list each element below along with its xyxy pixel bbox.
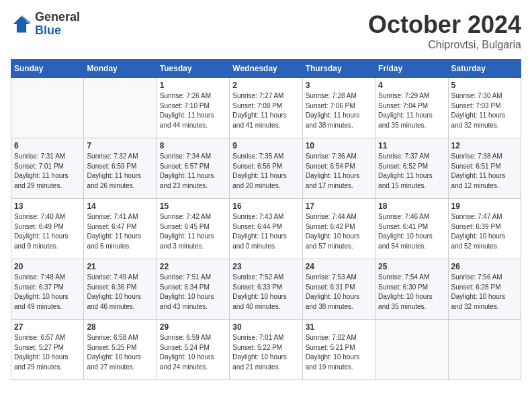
calendar-cell: 17Sunrise: 7:44 AMSunset: 6:42 PMDayligh… bbox=[302, 199, 375, 259]
day-number: 8 bbox=[160, 141, 226, 150]
day-number: 17 bbox=[306, 201, 372, 211]
day-number: 3 bbox=[306, 81, 372, 90]
day-number: 23 bbox=[232, 262, 299, 271]
calendar-cell: 7Sunrise: 7:32 AMSunset: 6:59 PMDaylight… bbox=[84, 138, 157, 199]
day-info: Sunrise: 7:44 AMSunset: 6:42 PMDaylight:… bbox=[306, 212, 372, 251]
day-number: 19 bbox=[451, 201, 518, 211]
logo-general-text: General bbox=[35, 11, 80, 24]
weekday-header-thursday: Thursday bbox=[302, 60, 375, 78]
weekday-header-wednesday: Wednesday bbox=[230, 60, 302, 78]
calendar-cell: 28Sunrise: 6:58 AMSunset: 5:25 PMDayligh… bbox=[84, 320, 157, 380]
calendar-cell bbox=[375, 320, 448, 380]
day-info: Sunrise: 7:31 AMSunset: 7:01 PMDaylight:… bbox=[14, 152, 81, 191]
month-title: October 2024 bbox=[368, 11, 521, 39]
calendar-week-2: 6Sunrise: 7:31 AMSunset: 7:01 PMDaylight… bbox=[11, 138, 521, 199]
title-block: October 2024 Chiprovtsi, Bulgaria bbox=[368, 11, 521, 51]
day-info: Sunrise: 6:58 AMSunset: 5:25 PMDaylight:… bbox=[87, 333, 153, 372]
weekday-header-friday: Friday bbox=[375, 60, 448, 78]
calendar-cell: 19Sunrise: 7:47 AMSunset: 6:39 PMDayligh… bbox=[448, 199, 521, 259]
weekday-header-sunday: Sunday bbox=[11, 60, 84, 78]
day-info: Sunrise: 7:54 AMSunset: 6:30 PMDaylight:… bbox=[378, 273, 445, 312]
calendar-cell: 27Sunrise: 6:57 AMSunset: 5:27 PMDayligh… bbox=[11, 320, 84, 380]
day-info: Sunrise: 7:36 AMSunset: 6:54 PMDaylight:… bbox=[306, 152, 372, 191]
day-number: 2 bbox=[232, 81, 299, 90]
day-number: 24 bbox=[306, 262, 372, 271]
calendar-cell: 15Sunrise: 7:42 AMSunset: 6:45 PMDayligh… bbox=[157, 199, 229, 259]
logo-blue-text: Blue bbox=[35, 24, 80, 38]
calendar-cell: 21Sunrise: 7:49 AMSunset: 6:36 PMDayligh… bbox=[84, 259, 157, 320]
calendar-cell: 20Sunrise: 7:48 AMSunset: 6:37 PMDayligh… bbox=[11, 259, 84, 320]
day-number: 1 bbox=[160, 81, 226, 90]
day-info: Sunrise: 7:28 AMSunset: 7:06 PMDaylight:… bbox=[306, 91, 372, 130]
day-number: 11 bbox=[378, 141, 445, 150]
day-number: 22 bbox=[160, 262, 226, 271]
calendar-header: SundayMondayTuesdayWednesdayThursdayFrid… bbox=[11, 60, 521, 78]
day-info: Sunrise: 7:26 AMSunset: 7:10 PMDaylight:… bbox=[160, 91, 226, 130]
calendar-cell: 14Sunrise: 7:41 AMSunset: 6:47 PMDayligh… bbox=[84, 199, 157, 259]
day-info: Sunrise: 7:02 AMSunset: 5:21 PMDaylight:… bbox=[306, 333, 372, 372]
calendar-cell: 25Sunrise: 7:54 AMSunset: 6:30 PMDayligh… bbox=[375, 259, 448, 320]
calendar-cell: 31Sunrise: 7:02 AMSunset: 5:21 PMDayligh… bbox=[302, 320, 375, 380]
calendar-cell: 3Sunrise: 7:28 AMSunset: 7:06 PMDaylight… bbox=[302, 78, 375, 138]
day-info: Sunrise: 7:47 AMSunset: 6:39 PMDaylight:… bbox=[451, 212, 518, 251]
day-info: Sunrise: 7:53 AMSunset: 6:31 PMDaylight:… bbox=[306, 273, 372, 312]
day-number: 21 bbox=[87, 262, 153, 271]
day-info: Sunrise: 7:37 AMSunset: 6:52 PMDaylight:… bbox=[378, 152, 445, 191]
day-info: Sunrise: 7:34 AMSunset: 6:57 PMDaylight:… bbox=[160, 152, 226, 191]
day-number: 9 bbox=[232, 141, 299, 150]
calendar-table: SundayMondayTuesdayWednesdayThursdayFrid… bbox=[11, 59, 521, 380]
day-info: Sunrise: 7:43 AMSunset: 6:44 PMDaylight:… bbox=[232, 212, 299, 251]
calendar-cell bbox=[448, 320, 521, 380]
day-number: 5 bbox=[451, 81, 518, 90]
day-number: 13 bbox=[14, 201, 81, 211]
day-number: 26 bbox=[451, 262, 518, 271]
day-number: 20 bbox=[14, 262, 81, 271]
day-info: Sunrise: 7:38 AMSunset: 6:51 PMDaylight:… bbox=[451, 152, 518, 191]
day-info: Sunrise: 7:56 AMSunset: 6:28 PMDaylight:… bbox=[451, 273, 518, 312]
calendar-cell: 9Sunrise: 7:35 AMSunset: 6:56 PMDaylight… bbox=[230, 138, 302, 199]
day-info: Sunrise: 7:42 AMSunset: 6:45 PMDaylight:… bbox=[160, 212, 226, 251]
day-info: Sunrise: 7:35 AMSunset: 6:56 PMDaylight:… bbox=[232, 152, 299, 191]
day-info: Sunrise: 7:41 AMSunset: 6:47 PMDaylight:… bbox=[87, 212, 153, 251]
day-number: 12 bbox=[451, 141, 518, 150]
calendar-week-4: 20Sunrise: 7:48 AMSunset: 6:37 PMDayligh… bbox=[11, 259, 521, 320]
logo: General Blue bbox=[11, 11, 80, 38]
day-number: 29 bbox=[160, 322, 226, 332]
day-number: 16 bbox=[232, 201, 299, 211]
calendar-cell: 29Sunrise: 6:59 AMSunset: 5:24 PMDayligh… bbox=[157, 320, 229, 380]
location: Chiprovtsi, Bulgaria bbox=[368, 39, 521, 51]
day-info: Sunrise: 7:51 AMSunset: 6:34 PMDaylight:… bbox=[160, 273, 226, 312]
calendar-cell: 13Sunrise: 7:40 AMSunset: 6:49 PMDayligh… bbox=[11, 199, 84, 259]
day-number: 30 bbox=[232, 322, 299, 332]
day-info: Sunrise: 7:32 AMSunset: 6:59 PMDaylight:… bbox=[87, 152, 153, 191]
calendar-cell: 12Sunrise: 7:38 AMSunset: 6:51 PMDayligh… bbox=[448, 138, 521, 199]
calendar-cell: 22Sunrise: 7:51 AMSunset: 6:34 PMDayligh… bbox=[157, 259, 229, 320]
day-number: 25 bbox=[378, 262, 445, 271]
day-info: Sunrise: 7:40 AMSunset: 6:49 PMDaylight:… bbox=[14, 212, 81, 251]
logo-text: General Blue bbox=[35, 11, 80, 38]
calendar-cell: 11Sunrise: 7:37 AMSunset: 6:52 PMDayligh… bbox=[375, 138, 448, 199]
calendar-cell: 1Sunrise: 7:26 AMSunset: 7:10 PMDaylight… bbox=[157, 78, 229, 138]
day-number: 6 bbox=[14, 141, 81, 150]
day-number: 14 bbox=[87, 201, 153, 211]
day-info: Sunrise: 7:52 AMSunset: 6:33 PMDaylight:… bbox=[232, 273, 299, 312]
calendar-cell bbox=[84, 78, 157, 138]
day-number: 18 bbox=[378, 201, 445, 211]
calendar-cell: 16Sunrise: 7:43 AMSunset: 6:44 PMDayligh… bbox=[230, 199, 302, 259]
day-info: Sunrise: 6:57 AMSunset: 5:27 PMDaylight:… bbox=[14, 333, 81, 372]
day-number: 31 bbox=[306, 322, 372, 332]
day-info: Sunrise: 7:30 AMSunset: 7:03 PMDaylight:… bbox=[451, 91, 518, 130]
calendar-cell: 30Sunrise: 7:01 AMSunset: 5:22 PMDayligh… bbox=[230, 320, 302, 380]
calendar-cell: 26Sunrise: 7:56 AMSunset: 6:28 PMDayligh… bbox=[448, 259, 521, 320]
day-info: Sunrise: 7:49 AMSunset: 6:36 PMDaylight:… bbox=[87, 273, 153, 312]
day-info: Sunrise: 7:01 AMSunset: 5:22 PMDaylight:… bbox=[232, 333, 299, 372]
calendar-cell: 2Sunrise: 7:27 AMSunset: 7:08 PMDaylight… bbox=[230, 78, 302, 138]
day-info: Sunrise: 7:27 AMSunset: 7:08 PMDaylight:… bbox=[232, 91, 299, 130]
weekday-header-monday: Monday bbox=[84, 60, 157, 78]
calendar-cell: 4Sunrise: 7:29 AMSunset: 7:04 PMDaylight… bbox=[375, 78, 448, 138]
weekday-header-tuesday: Tuesday bbox=[157, 60, 229, 78]
svg-marker-0 bbox=[13, 15, 30, 32]
day-info: Sunrise: 7:48 AMSunset: 6:37 PMDaylight:… bbox=[14, 273, 81, 312]
day-number: 27 bbox=[14, 322, 81, 332]
day-number: 7 bbox=[87, 141, 153, 150]
